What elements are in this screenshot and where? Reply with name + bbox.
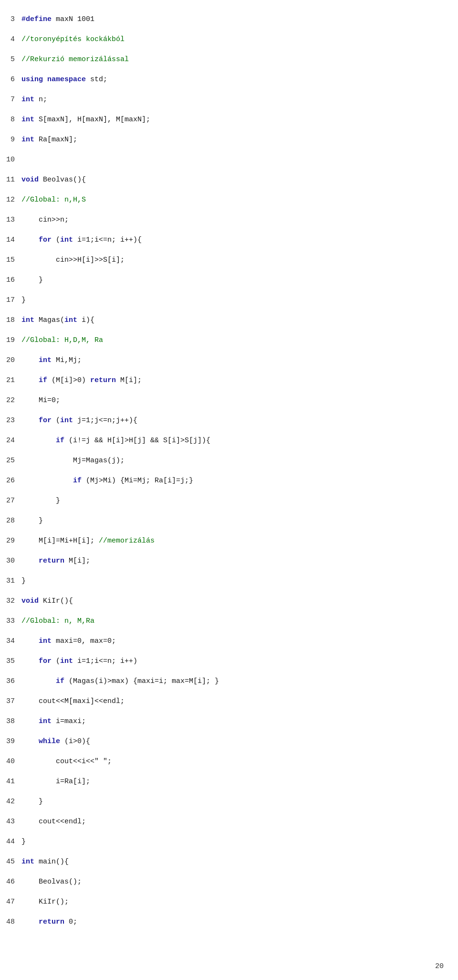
line-number: 32 [0,591,21,611]
code-token: int [60,416,73,425]
table-row: 20 int Mi,Mj; [0,351,458,371]
code-token: (M[i]>0) [47,376,90,384]
code-token: i=maxi; [52,717,86,725]
table-row: 29 M[i]=Mi+H[i]; //memorizálás [0,531,458,551]
code-token: for [39,236,52,244]
code-token: Mi,Mj; [52,356,82,364]
line-number: 19 [0,330,21,351]
code-token [21,737,39,746]
code-token: Mj=Magas(j); [21,457,125,465]
code-token [21,236,39,244]
code-token: } [21,577,26,585]
table-row: 10 [0,150,458,170]
table-row: 25 Mj=Magas(j); [0,451,458,471]
line-content: void Beolvas(){ [21,170,458,190]
line-content: KiIr(); [21,892,458,912]
code-token [21,376,39,384]
line-number: 33 [0,611,21,631]
page-number: 20 [435,962,444,970]
code-token: ( [52,416,60,425]
code-token: if [73,477,82,485]
code-token: namespace [47,75,86,84]
code-token: cout<<i<<" "; [21,757,112,766]
code-token: Beolvas(); [21,878,82,886]
code-token: (Magas(i)>max) {maxi=i; max=M[i]; } [64,677,219,685]
code-token: //toronyépítés kockákból [21,35,125,43]
code-token: if [56,677,64,685]
table-row: 47 KiIr(); [0,892,458,912]
line-content: int Magas(int i){ [21,310,458,330]
line-number: 29 [0,531,21,551]
line-content: //Global: H,D,M, Ra [21,330,458,351]
table-row: 28 } [0,511,458,531]
line-number: 47 [0,892,21,912]
code-token: ( [52,236,60,244]
line-number: 14 [0,230,21,250]
code-token: } [21,276,43,284]
line-content: M[i]=Mi+H[i]; //memorizálás [21,531,458,551]
line-content: void KiIr(){ [21,591,458,611]
table-row: 24 if (i!=j && H[i]>H[j] && S[i]>S[j]){ [0,431,458,451]
line-content: i=Ra[i]; [21,772,458,792]
table-row: 43 cout<<endl; [0,812,458,832]
table-row: 19//Global: H,D,M, Ra [0,330,458,351]
line-number: 15 [0,250,21,270]
line-number: 35 [0,651,21,671]
code-token [21,677,56,685]
code-token [21,477,73,485]
code-token: void [21,176,39,184]
line-content: cout<<endl; [21,812,458,832]
line-content: Mj=Magas(j); [21,451,458,471]
code-token: std; [86,75,107,84]
code-token: } [21,798,43,806]
line-content: if (i!=j && H[i]>H[j] && S[i]>S[j]){ [21,431,458,451]
line-content: } [21,571,458,591]
line-content [21,150,458,170]
line-content: //Rekurzió memorizálással [21,50,458,70]
table-row: 42 } [0,792,458,812]
table-row: 26 if (Mj>Mi) {Mi=Mj; Ra[i]=j;} [0,471,458,491]
code-token [21,437,56,445]
line-content: Beolvas(); [21,872,458,892]
table-row: 41 i=Ra[i]; [0,772,458,792]
table-row: 22 Mi=0; [0,391,458,411]
line-content: int main(){ [21,852,458,872]
code-token: int [39,717,52,725]
line-content: } [21,511,458,531]
table-row: 35 for (int i=1;i<=n; i++) [0,651,458,671]
line-number: 16 [0,270,21,290]
line-content: if (Mj>Mi) {Mi=Mj; Ra[i]=j;} [21,471,458,491]
line-content: #define maxN 1001 [21,10,458,30]
line-number: 28 [0,511,21,531]
code-token: i=1;i<=n; i++) [73,657,137,665]
code-token: Beolvas(){ [39,176,86,184]
line-content: //Global: n,H,S [21,190,458,210]
table-row: 36 if (Magas(i)>max) {maxi=i; max=M[i]; … [0,671,458,692]
code-token: maxi=0, max=0; [52,637,116,645]
code-token: 1001 [77,15,94,23]
code-container: 3#define maxN 10014//toronyépítés kockák… [0,0,458,980]
code-token: if [39,376,47,384]
table-row: 13 cin>>n; [0,210,458,230]
line-content: while (i>0){ [21,732,458,752]
table-row: 11void Beolvas(){ [0,170,458,190]
table-row: 33//Global: n, M,Ra [0,611,458,631]
line-content: using namespace std; [21,70,458,90]
line-content: } [21,270,458,290]
line-number: 31 [0,571,21,591]
line-number: 9 [0,130,21,150]
line-number: 4 [0,30,21,50]
line-number: 34 [0,631,21,651]
code-token: M[i]; [116,376,142,384]
table-row: 34 int maxi=0, max=0; [0,631,458,651]
code-token: return [90,376,116,384]
table-row: 5//Rekurzió memorizálással [0,50,458,70]
line-number: 25 [0,451,21,471]
code-token: #define [21,15,52,23]
line-content: return M[i]; [21,551,458,571]
table-row: 38 int i=maxi; [0,712,458,732]
line-content: int S[maxN], H[maxN], M[maxN]; [21,110,458,130]
line-number: 44 [0,832,21,852]
line-number: 20 [0,351,21,371]
code-token: //Global: n,H,S [21,196,86,204]
